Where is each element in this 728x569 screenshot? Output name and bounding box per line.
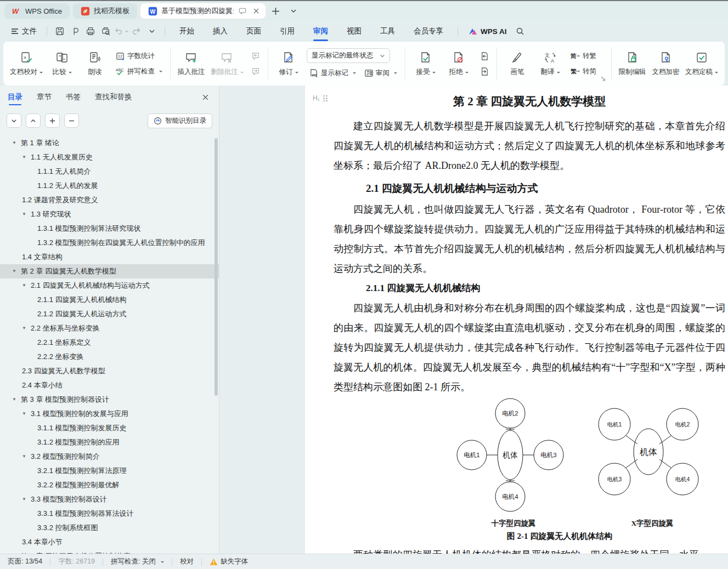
- toc-item[interactable]: 1.3.2 模型预测控制在四旋翼无人机位置控制中的应用: [0, 236, 219, 250]
- reject-button[interactable]: 拒绝: [444, 45, 473, 82]
- toc-item[interactable]: 1.4 文章结构: [0, 250, 219, 264]
- collapse-triangle-icon[interactable]: ▼: [22, 207, 31, 221]
- doc-proof-button[interactable]: a 文档校对: [9, 45, 44, 82]
- toc-item[interactable]: ▼第 4 章 四旋翼无人机位置控制仿真: [0, 549, 219, 554]
- toc-item[interactable]: 2.2.1 坐标系定义: [0, 335, 219, 350]
- toc-item[interactable]: ▼2.2 坐标系与坐标变换: [0, 321, 219, 335]
- toc-item[interactable]: 3.1.2 模型预测控制的应用: [0, 435, 219, 449]
- menu-item-page[interactable]: 页面: [240, 24, 268, 39]
- toc-item[interactable]: 1.3.1 模型预测控制算法研究现状: [0, 221, 219, 236]
- toc-zoom-in-button[interactable]: [45, 113, 60, 128]
- track-changes-button[interactable]: 修订: [274, 45, 303, 82]
- menu-item-view[interactable]: 视图: [340, 24, 368, 39]
- toc-zoom-out-button[interactable]: [64, 113, 79, 128]
- comment-bubble-icon[interactable]: [238, 6, 247, 16]
- collapse-triangle-icon[interactable]: ▼: [12, 264, 21, 278]
- print-button[interactable]: [83, 25, 98, 38]
- restrict-edit-button[interactable]: 限制编辑: [617, 45, 647, 82]
- next-comment-button[interactable]: [248, 65, 262, 77]
- toc-item[interactable]: ▼第 1 章 绪论: [0, 136, 219, 150]
- smart-toc-button[interactable]: 智能识别目录: [148, 113, 212, 128]
- new-tab-button[interactable]: [269, 4, 283, 18]
- toc-item[interactable]: 3.4 本章小节: [0, 535, 219, 549]
- menu-item-insert[interactable]: 插入: [206, 24, 234, 39]
- group-expand-icon[interactable]: [601, 76, 606, 81]
- search-icon[interactable]: [512, 24, 528, 38]
- toc-item[interactable]: ▼1.3 研究现状: [0, 207, 219, 221]
- toc-item[interactable]: 1.2 课题背景及研究意义: [0, 193, 219, 207]
- insert-comment-button[interactable]: 插入批注: [176, 45, 206, 82]
- tab-list-chevron-icon[interactable]: [286, 4, 301, 18]
- collapse-triangle-icon[interactable]: ▼: [22, 449, 31, 464]
- toc-item[interactable]: 3.3.2 控制系统框图: [0, 521, 219, 535]
- compare-button[interactable]: 比较: [47, 45, 77, 82]
- collapse-triangle-icon[interactable]: ▼: [12, 392, 21, 407]
- toc-item[interactable]: 2.1.2 四旋翼无人机运动方式: [0, 307, 219, 321]
- word-count-button[interactable]: 12 字数统计: [113, 50, 165, 62]
- sidebar-close-icon[interactable]: [199, 91, 211, 103]
- review-pane-button[interactable]: 审阅: [362, 67, 399, 79]
- sidebar-tab-find-replace[interactable]: 查找和替换: [95, 89, 132, 105]
- accept-button[interactable]: 接受: [411, 45, 441, 82]
- toc-item[interactable]: ▼第 3 章 模型预测控制器设计: [0, 392, 219, 407]
- collapse-triangle-icon[interactable]: ▼: [22, 321, 31, 335]
- toc-collapse-up-button[interactable]: [26, 113, 41, 128]
- menu-item-tools[interactable]: 工具: [374, 24, 402, 39]
- collapse-triangle-icon[interactable]: ▼: [22, 407, 31, 421]
- previous-change-button[interactable]: [477, 50, 491, 62]
- toc-item[interactable]: ▼2.1 四旋翼无人机机械结构与运动方式: [0, 278, 219, 293]
- missing-font-warning[interactable]: 缺失字体: [210, 557, 248, 566]
- collapse-triangle-icon[interactable]: ▼: [22, 278, 31, 293]
- collapse-triangle-icon[interactable]: ▼: [12, 136, 21, 150]
- file-menu-button[interactable]: 文件: [7, 24, 41, 38]
- close-tab-icon[interactable]: [251, 6, 261, 16]
- toc-item[interactable]: ▼3.2 模型预测控制简介: [0, 449, 219, 464]
- toc-item[interactable]: 2.1.1 四旋翼无人机机械结构: [0, 293, 219, 307]
- print-preview-button[interactable]: [99, 25, 113, 38]
- delete-comment-button[interactable]: 删除批注: [210, 45, 245, 82]
- redo-button[interactable]: [129, 25, 144, 38]
- undo-button[interactable]: [114, 25, 128, 38]
- toc-item[interactable]: 1.1.2 无人机的发展: [0, 179, 219, 193]
- proofread-button[interactable]: 校对: [180, 557, 194, 566]
- menu-item-reference[interactable]: 引用: [273, 24, 301, 39]
- spell-check-toggle[interactable]: 拼写检查: 关闭: [111, 557, 164, 566]
- encrypt-button[interactable]: 文档加密: [651, 45, 681, 82]
- to-traditional-button[interactable]: 简 转繁: [568, 50, 599, 62]
- show-markup-button[interactable]: 显示标记: [307, 67, 358, 79]
- previous-comment-button[interactable]: [248, 50, 262, 62]
- translate-button[interactable]: 文A 翻译: [535, 45, 565, 82]
- toc-item[interactable]: ▼1.1 无人机发展历史: [0, 150, 219, 164]
- toc-item[interactable]: 2.3 四旋翼无人机数学模型: [0, 364, 219, 378]
- menu-item-vip[interactable]: 会员专享: [407, 24, 450, 39]
- toc-item[interactable]: 2.2.2 坐标变换: [0, 350, 219, 364]
- toc-item[interactable]: 3.1.1 模型预测控制发展历史: [0, 421, 219, 435]
- toc-item[interactable]: 3.3.1 模型预测控制器算法设计: [0, 507, 219, 521]
- toc-item[interactable]: ▼第 2 章 四旋翼无人机数学模型: [0, 264, 219, 278]
- sidebar-scrollbar[interactable]: [215, 138, 218, 396]
- collapse-triangle-icon[interactable]: ▼: [12, 549, 21, 554]
- toc-item[interactable]: 1.1.1 无人机简介: [0, 164, 219, 179]
- toc-item[interactable]: 3.2.1 模型预测控制算法原理: [0, 464, 219, 478]
- wps-ai-button[interactable]: WPS AI: [464, 25, 511, 38]
- sidebar-tab-chapters[interactable]: 章节: [37, 89, 52, 105]
- spell-check-button[interactable]: ABC 拼写检查: [113, 65, 165, 77]
- to-simplified-button[interactable]: 繁 转简: [568, 65, 599, 77]
- collapse-triangle-icon[interactable]: ▼: [22, 150, 31, 164]
- toc-expand-down-button[interactable]: [7, 113, 21, 128]
- save-button[interactable]: [53, 25, 67, 38]
- toc-item[interactable]: 3.2.2 模型预测控制最优解: [0, 478, 219, 492]
- drag-handle-icon[interactable]: [323, 95, 328, 102]
- read-aloud-button[interactable]: 朗读: [80, 45, 110, 82]
- toc-item[interactable]: ▼3.1 模型预测控制的发展与应用: [0, 407, 219, 421]
- word-count-indicator[interactable]: 字数: 26719: [58, 557, 95, 566]
- menu-item-review[interactable]: 审阅: [307, 24, 335, 39]
- finalize-button[interactable]: 文档定稿: [684, 45, 719, 82]
- tab-wps-office[interactable]: W WPS Office: [4, 3, 70, 19]
- brush-button[interactable]: 画笔: [503, 45, 532, 82]
- toc-item[interactable]: 2.4 本章小结: [0, 378, 219, 392]
- tab-docer-templates[interactable]: 找稻壳模板: [73, 3, 137, 19]
- export-pdf-button[interactable]: [68, 25, 82, 38]
- sidebar-tab-toc[interactable]: 目录: [8, 89, 22, 105]
- sidebar-tab-bookmarks[interactable]: 书签: [66, 89, 81, 105]
